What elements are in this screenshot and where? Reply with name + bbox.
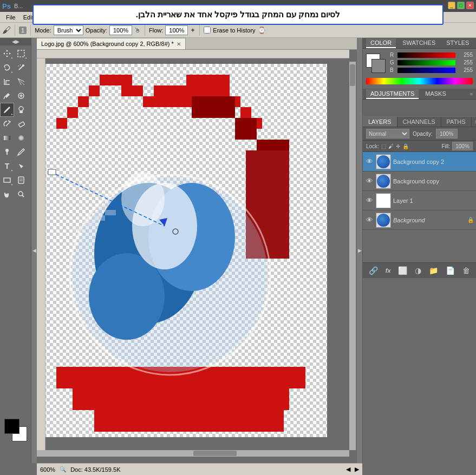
red-slider[interactable] [397,52,455,58]
opacity-input[interactable] [109,25,132,35]
panel-collapse-top[interactable]: ◀▶ [0,38,31,45]
slice-tool[interactable] [14,75,28,89]
brush-preset[interactable]: 1 [19,27,27,34]
zoom-tool[interactable] [14,187,28,201]
layer-group-icon[interactable]: 📁 [428,265,439,276]
lock-transparent-icon[interactable]: ⬚ [381,143,386,149]
svg-rect-0 [6,53,8,54]
tab-title: Logo.jpg @ 600% (Background copy 2, RGB/… [41,41,174,47]
layer-visibility-layer1[interactable]: 👁 [365,196,374,204]
dodge-tool[interactable] [0,145,14,159]
history-brush-tool[interactable] [0,117,14,131]
lock-move-icon[interactable]: ✛ [396,143,400,149]
lock-brush-icon[interactable]: 🖌 [388,143,394,149]
tab-color[interactable]: COLOR [366,38,396,48]
rectangle-tool[interactable]: ▸ [0,173,14,187]
layer-new-icon[interactable]: 📄 [445,265,456,276]
layer-mask-icon[interactable]: ⬜ [397,265,408,276]
tab-masks[interactable]: MASKS [421,89,451,99]
eyedropper-tool[interactable] [0,89,14,103]
layer-item-bg-copy-2[interactable]: 👁 Background copy 2 [363,152,476,171]
pen-tool[interactable] [14,145,28,159]
tab-layers[interactable]: LAYERS [363,117,397,127]
document-tab[interactable]: Logo.jpg @ 600% (Background copy 2, RGB/… [37,38,186,49]
canvas-viewport[interactable] [45,58,349,450]
gradient-tool[interactable] [0,131,14,145]
layer-visibility-bg-copy-2[interactable]: 👁 [365,157,374,166]
layer-adjustment-icon[interactable]: ◑ [414,265,422,276]
background-color[interactable] [371,59,386,73]
vertical-scroll-thumb[interactable] [350,64,355,86]
svg-point-9 [19,107,23,111]
foreground-color-swatch[interactable] [4,419,19,434]
restore-button[interactable]: □ [457,2,465,9]
horizontal-scrollbar[interactable] [37,450,349,457]
magic-wand-tool[interactable] [14,61,28,75]
opacity-input[interactable] [436,129,458,138]
zoom-level: 600% [40,466,55,473]
left-panel-collapse[interactable]: ◀ [31,38,37,463]
tab-adjustments[interactable]: ADJUSTMENTS [366,89,419,99]
scroll-right-arrow[interactable]: ▶ [355,466,359,473]
color-spectrum[interactable] [366,78,473,84]
minimize-button[interactable]: _ [448,2,455,9]
tab-close-button[interactable]: ✕ [177,41,181,47]
mode-select[interactable]: Brush [54,25,83,35]
notes-tool[interactable] [14,173,28,187]
layer-visibility-background[interactable]: 👁 [365,216,374,224]
svg-rect-54 [83,221,94,226]
layer-item-bg-copy[interactable]: 👁 Background copy [363,171,476,191]
menu-file[interactable]: File [2,14,19,21]
window-controls[interactable]: _ □ ✕ [448,2,474,9]
toolbar: 🖌 1 Mode: Brush Opacity: 🖱 Flow: ✦ Erase… [0,23,476,38]
svg-point-21 [18,192,23,196]
layer-thumb-bg-copy [376,174,391,189]
flow-input[interactable] [165,25,188,35]
horizontal-scroll-thumb[interactable] [193,451,237,456]
lock-all-icon[interactable]: 🔒 [402,143,409,149]
blend-mode-select[interactable]: Normal Multiply Screen [366,129,409,138]
path-select-tool[interactable] [14,159,28,173]
lock-label: Lock: [366,143,379,149]
layer-name-bg-copy-2: Background copy 2 [393,159,474,165]
layer-delete-icon[interactable]: 🗑 [461,265,471,276]
erase-history-checkbox[interactable] [204,27,211,34]
hand-tool[interactable] [0,187,14,201]
lasso-tool[interactable]: ▸ [0,61,14,75]
right-panel-collapse[interactable]: ▶ [357,38,362,463]
adjustments-collapse[interactable]: ≡ [470,91,473,97]
blur-tool[interactable] [14,131,28,145]
vertical-scrollbar[interactable] [349,62,356,450]
layer-item-layer1[interactable]: 👁 Layer 1 [363,191,476,210]
selection-tool[interactable]: ▸ [14,47,28,61]
separator-1 [15,25,15,36]
layers-panel-section: LAYERS CHANNELS PATHS ≡ Normal Multiply … [363,117,476,278]
tab-swatches[interactable]: SWATCHES [398,38,440,48]
ruler-horizontal [37,50,349,58]
layer-fx-icon[interactable]: fx [384,266,392,275]
layer-link-icon[interactable]: 🔗 [368,265,379,276]
status-bar: 600% 🔍 Doc: 43.5K/159.5K ◀ ▶ [37,463,362,475]
layers-menu-icon[interactable]: ≡ [472,117,476,127]
close-button[interactable]: ✕ [466,2,474,9]
fill-input[interactable] [452,142,473,150]
clone-stamp-tool[interactable] [14,103,28,117]
tab-channels[interactable]: CHANNELS [397,117,441,127]
svg-rect-29 [121,75,132,96]
blue-slider[interactable] [397,68,455,73]
scroll-left-arrow[interactable]: ◀ [346,466,350,473]
red-slider-row: R 255 [390,52,473,58]
layer-item-background[interactable]: 👁 Background 🔒 [363,210,476,230]
layer-visibility-bg-copy[interactable]: 👁 [365,177,374,185]
move-tool[interactable]: ▸ [0,47,14,61]
layers-tabs: LAYERS CHANNELS PATHS ≡ [363,117,476,127]
green-slider[interactable] [397,60,455,65]
healing-tool[interactable] [14,89,28,103]
eraser-tool[interactable] [14,117,28,131]
crop-tool[interactable] [0,75,14,89]
tab-paths[interactable]: PATHS [441,117,472,127]
tab-styles[interactable]: STYLES [442,38,473,48]
layer-name-background: Background [393,217,465,223]
brush-tool[interactable]: ▸ [0,103,14,117]
type-tool[interactable]: T ▸ [0,159,14,173]
